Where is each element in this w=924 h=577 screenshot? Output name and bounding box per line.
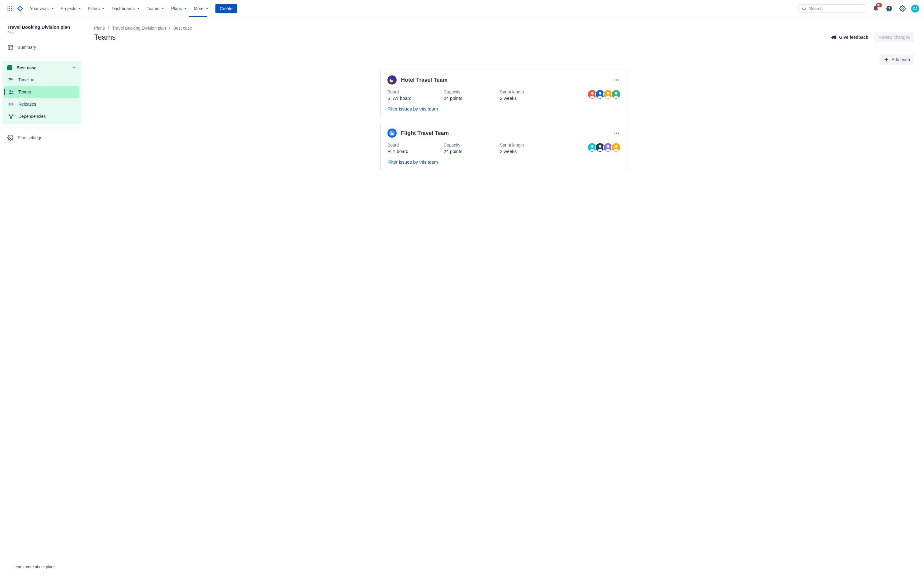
svg-point-47 xyxy=(591,145,594,148)
breadcrumb-item[interactable]: Best case xyxy=(173,26,192,31)
meta-board: Board STAY board xyxy=(388,89,436,101)
member-avatars xyxy=(587,89,621,99)
scenario-name: Best case xyxy=(16,65,36,70)
plan-subtitle: Plan xyxy=(7,31,76,35)
sidebar-item-dependencies[interactable]: Dependencies xyxy=(4,111,79,122)
breadcrumb-item[interactable]: Plans xyxy=(94,26,105,31)
main-layout: Travel Booking Division plan Plan Summar… xyxy=(0,17,924,577)
nav-label: Projects xyxy=(61,6,76,11)
jira-logo-icon xyxy=(17,5,24,12)
button-label: Add team xyxy=(892,57,910,62)
team-card-header: Hotel Travel Team xyxy=(388,76,621,85)
dependencies-icon xyxy=(8,113,14,119)
member-avatar[interactable] xyxy=(611,143,621,152)
chevron-down-icon xyxy=(136,6,141,11)
active-tab-indicator xyxy=(189,16,207,17)
more-icon xyxy=(614,130,620,136)
svg-point-38 xyxy=(607,92,610,95)
sidebar-item-releases[interactable]: Releases xyxy=(4,98,79,110)
svg-text:?: ? xyxy=(888,6,890,11)
plan-title: Travel Booking Division plan xyxy=(7,24,76,30)
sidebar-item-summary[interactable]: Summary xyxy=(2,41,81,53)
svg-point-7 xyxy=(10,10,10,11)
scenario-toggle[interactable]: Best case xyxy=(4,62,80,73)
timeline-icon xyxy=(8,77,14,83)
chevron-down-icon xyxy=(71,65,76,70)
top-nav-left: Your work Projects Filters Dashboards Te… xyxy=(5,4,237,13)
search-input[interactable] xyxy=(809,6,864,11)
app-switcher-button[interactable] xyxy=(5,4,15,13)
filter-by-team-link[interactable]: Filter issues by this team xyxy=(388,160,438,164)
nav-dashboards[interactable]: Dashboards xyxy=(109,4,143,13)
meta-value: 2 weeks xyxy=(500,149,549,154)
meta-sprint-length: Sprint length 2 weeks xyxy=(500,143,549,154)
app-switcher-icon xyxy=(7,6,13,11)
svg-point-5 xyxy=(11,8,12,9)
sidebar-item-label: Timeline xyxy=(18,77,34,82)
sidebar-item-label: Teams xyxy=(18,89,31,94)
chevron-down-icon xyxy=(183,6,187,11)
svg-point-2 xyxy=(11,6,12,7)
team-more-button[interactable] xyxy=(612,76,621,84)
divider xyxy=(4,127,80,128)
releases-icon xyxy=(8,101,14,107)
chevron-down-icon xyxy=(78,6,82,11)
give-feedback-button[interactable]: Give feedback xyxy=(827,32,871,42)
sidebar-item-timeline[interactable]: Timeline xyxy=(4,74,79,85)
svg-point-43 xyxy=(614,132,615,134)
plan-header: Travel Booking Division plan Plan xyxy=(2,24,81,38)
svg-point-31 xyxy=(616,79,617,80)
filter-by-team-link[interactable]: Filter issues by this team xyxy=(388,106,438,111)
create-button[interactable]: Create xyxy=(215,4,237,13)
meta-value: 24 points xyxy=(444,149,493,154)
nav-label: Teams xyxy=(147,6,159,11)
nav-your-work[interactable]: Your work xyxy=(27,4,57,13)
more-icon xyxy=(614,77,620,83)
team-card: Hotel Travel Team Board STAY board Capac… xyxy=(380,69,628,117)
sidebar-item-plan-settings[interactable]: Plan settings xyxy=(2,132,81,144)
team-more-button[interactable] xyxy=(612,129,621,137)
notification-badge: 9+ xyxy=(876,3,882,7)
settings-button[interactable] xyxy=(898,4,908,13)
team-cards-list: Hotel Travel Team Board STAY board Capac… xyxy=(380,69,628,170)
sidebar-item-label: Dependencies xyxy=(18,114,46,119)
meta-value: FLY board xyxy=(388,149,436,154)
svg-line-10 xyxy=(805,10,806,10)
learn-more-link[interactable]: Learn more about plans xyxy=(13,564,55,569)
scenario-color-swatch xyxy=(7,65,12,70)
jira-logo[interactable] xyxy=(15,4,25,13)
nav-label: Your work xyxy=(30,6,49,11)
team-avatar-icon xyxy=(388,76,397,85)
meta-board: Board FLY board xyxy=(388,143,436,154)
page-title: Teams xyxy=(94,33,116,42)
team-name: Flight Travel Team xyxy=(401,130,449,137)
nav-teams[interactable]: Teams xyxy=(144,4,168,13)
page-actions: Give feedback Review changes xyxy=(827,32,914,42)
help-button[interactable]: ? xyxy=(884,4,894,13)
add-team-button[interactable]: Add team xyxy=(879,54,914,65)
svg-point-3 xyxy=(8,8,8,9)
svg-point-20 xyxy=(10,90,11,92)
help-icon: ? xyxy=(886,5,893,12)
user-avatar[interactable]: CJ xyxy=(911,5,919,13)
sidebar-menu: Summary Best case Timeline Teams xyxy=(2,41,81,144)
nav-filters[interactable]: Filters xyxy=(86,4,108,13)
notifications-button[interactable]: 9+ xyxy=(871,4,880,13)
svg-point-32 xyxy=(618,79,619,80)
nav-menu: Your work Projects Filters Dashboards Te… xyxy=(27,4,212,13)
meta-label: Board xyxy=(388,143,436,147)
breadcrumb-item[interactable]: Travel Booking Division plan xyxy=(112,26,166,31)
meta-value: STAY board xyxy=(388,95,436,101)
svg-point-1 xyxy=(10,6,10,7)
sidebar-item-teams[interactable]: Teams xyxy=(4,86,79,98)
nav-more[interactable]: More xyxy=(191,4,212,13)
sidebar-item-label: Releases xyxy=(18,102,36,106)
svg-point-45 xyxy=(618,132,619,134)
scenario-block: Best case Timeline Teams Releases xyxy=(2,61,81,124)
search-box[interactable] xyxy=(798,4,867,13)
svg-point-30 xyxy=(614,79,615,80)
nav-plans[interactable]: Plans xyxy=(169,4,190,13)
nav-projects[interactable]: Projects xyxy=(58,4,85,13)
member-avatar[interactable] xyxy=(611,89,621,99)
svg-point-26 xyxy=(10,137,11,139)
